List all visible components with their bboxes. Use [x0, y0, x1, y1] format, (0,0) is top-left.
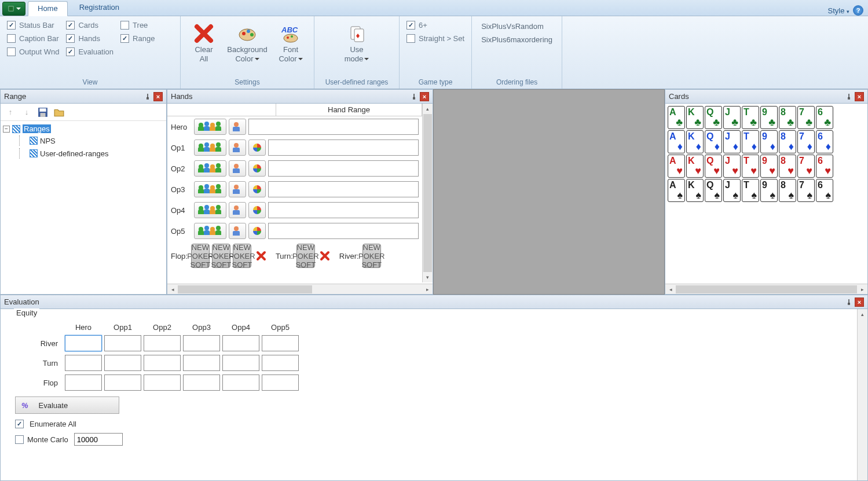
check-hands[interactable]: ✓Hands — [66, 34, 113, 43]
card-7h[interactable]: 7♥ — [797, 155, 815, 178]
range-person-button[interactable] — [229, 202, 246, 218]
check-evaluation[interactable]: ✓Evaluation — [66, 47, 113, 56]
river-slot[interactable]: NEWPOKERSOFT — [362, 244, 381, 268]
equity-cell-flop-opp5[interactable] — [262, 374, 299, 391]
card-Kh[interactable]: K♥ — [686, 155, 704, 178]
range-people-button[interactable] — [194, 181, 226, 197]
monte-carlo-value-input[interactable] — [74, 433, 123, 446]
range-people-button[interactable] — [194, 139, 226, 156]
card-8h[interactable]: 8♥ — [779, 155, 796, 178]
range-person-button[interactable] — [229, 139, 246, 156]
tab-home[interactable]: Home — [28, 1, 68, 16]
range-people-button[interactable] — [194, 119, 226, 135]
card-6d[interactable]: 6♦ — [816, 130, 833, 153]
card-7c[interactable]: 7♣ — [797, 106, 815, 129]
range-person-button[interactable] — [229, 223, 246, 239]
clear-turn-button[interactable] — [317, 248, 332, 263]
check-range[interactable]: ✓Range — [120, 34, 155, 43]
equity-cell-turn-opp5[interactable] — [262, 355, 299, 371]
range-people-button[interactable] — [194, 160, 226, 177]
tree-root-ranges[interactable]: − Ranges — [3, 123, 164, 134]
card-8c[interactable]: 8♣ — [779, 106, 796, 129]
range-balls-button[interactable] — [248, 202, 266, 218]
range-balls-button[interactable] — [248, 160, 266, 177]
equity-cell-river-opp3[interactable] — [183, 335, 220, 351]
check-six-plus[interactable]: ✓6+ — [406, 21, 464, 30]
tab-registration[interactable]: Registration — [70, 1, 129, 16]
card-8s[interactable]: 8♠ — [779, 179, 796, 202]
close-icon[interactable]: × — [420, 92, 429, 101]
range-balls-button[interactable] — [248, 223, 266, 239]
ordering-link-1[interactable]: SixPlusVsRandom — [481, 22, 552, 31]
pin-icon[interactable] — [844, 298, 854, 307]
up-arrow-button[interactable]: ↑ — [5, 107, 16, 118]
equity-cell-flop-opp1[interactable] — [104, 374, 141, 391]
evaluate-button[interactable]: % Evaluate — [15, 396, 119, 414]
flop-slot-2[interactable]: NEWPOKERSOFT — [212, 244, 230, 268]
pin-icon[interactable] — [409, 92, 419, 101]
collapse-icon[interactable]: − — [3, 126, 10, 133]
hand-range-input-op4[interactable] — [268, 202, 419, 218]
range-balls-button[interactable] — [248, 181, 266, 197]
use-mode-button[interactable]: Use mode — [319, 20, 394, 77]
card-Ts[interactable]: T♠ — [742, 179, 759, 202]
close-icon[interactable]: × — [855, 92, 864, 101]
check-output-wnd[interactable]: Output Wnd — [7, 47, 59, 56]
card-9c[interactable]: 9♣ — [760, 106, 778, 129]
card-Jc[interactable]: J♣ — [723, 106, 741, 129]
app-menu-button[interactable] — [2, 2, 25, 16]
help-icon[interactable]: ? — [853, 5, 863, 16]
eval-vscrollbar[interactable]: ▴ — [857, 309, 867, 480]
hand-range-input-op3[interactable] — [268, 181, 419, 197]
save-button[interactable] — [38, 107, 48, 118]
equity-cell-river-opp5[interactable] — [262, 335, 299, 351]
card-Ah[interactable]: A♥ — [668, 155, 685, 178]
cards-hscrollbar[interactable]: ◂ ▸ — [665, 284, 867, 294]
clear-flop-button[interactable] — [254, 248, 269, 263]
card-Qs[interactable]: Q♠ — [705, 179, 722, 202]
tree-item-nps[interactable]: NPS — [3, 134, 164, 147]
card-Jh[interactable]: J♥ — [723, 155, 741, 178]
card-Js[interactable]: J♠ — [723, 179, 741, 202]
card-7d[interactable]: 7♦ — [797, 130, 815, 153]
check-status-bar[interactable]: ✓Status Bar — [7, 21, 59, 30]
flop-slot-3[interactable]: NEWPOKERSOFT — [233, 244, 251, 268]
equity-cell-flop-hero[interactable] — [65, 374, 102, 391]
check-cards[interactable]: ✓Cards — [66, 21, 113, 30]
equity-cell-turn-opp2[interactable] — [144, 355, 181, 371]
pin-icon[interactable] — [844, 92, 854, 101]
card-As[interactable]: A♠ — [668, 179, 685, 202]
enumerate-all-check[interactable]: ✓Enumerate All — [15, 420, 375, 428]
range-person-button[interactable] — [229, 181, 246, 197]
equity-cell-flop-opp4[interactable] — [222, 374, 259, 391]
card-9s[interactable]: 9♠ — [760, 179, 778, 202]
equity-cell-turn-opp3[interactable] — [183, 355, 220, 371]
hands-hscrollbar[interactable]: ◂ ▸ — [167, 284, 433, 294]
equity-cell-turn-hero[interactable] — [65, 355, 102, 371]
monte-carlo-check[interactable]: Monte Carlo — [15, 435, 68, 444]
card-Th[interactable]: T♥ — [742, 155, 759, 178]
check-tree[interactable]: Tree — [120, 21, 155, 30]
range-person-button[interactable] — [229, 160, 246, 177]
hand-range-input-op2[interactable] — [268, 160, 419, 177]
card-Kc[interactable]: K♣ — [686, 106, 704, 129]
range-balls-button[interactable] — [248, 139, 266, 156]
card-Qd[interactable]: Q♦ — [705, 130, 722, 153]
style-dropdown[interactable]: Style ▾ — [827, 6, 849, 15]
close-icon[interactable]: × — [855, 298, 864, 307]
tree-item-udr[interactable]: User-defined-ranges — [3, 147, 164, 160]
card-8d[interactable]: 8♦ — [779, 130, 796, 153]
card-6h[interactable]: 6♥ — [816, 155, 833, 178]
open-button[interactable] — [54, 107, 64, 118]
card-9d[interactable]: 9♦ — [760, 130, 778, 153]
card-Qh[interactable]: Q♥ — [705, 155, 722, 178]
range-people-button[interactable] — [194, 223, 226, 239]
bg-color-button[interactable]: Background Color — [225, 20, 270, 77]
clear-all-button[interactable]: Clear All — [185, 20, 222, 77]
card-6s[interactable]: 6♠ — [816, 179, 833, 202]
equity-cell-river-opp2[interactable] — [144, 335, 181, 351]
card-9h[interactable]: 9♥ — [760, 155, 778, 178]
font-color-button[interactable]: ABC Font Color — [272, 20, 309, 77]
down-arrow-button[interactable]: ↓ — [21, 107, 32, 118]
turn-slot[interactable]: NEWPOKERSOFT — [296, 244, 315, 268]
